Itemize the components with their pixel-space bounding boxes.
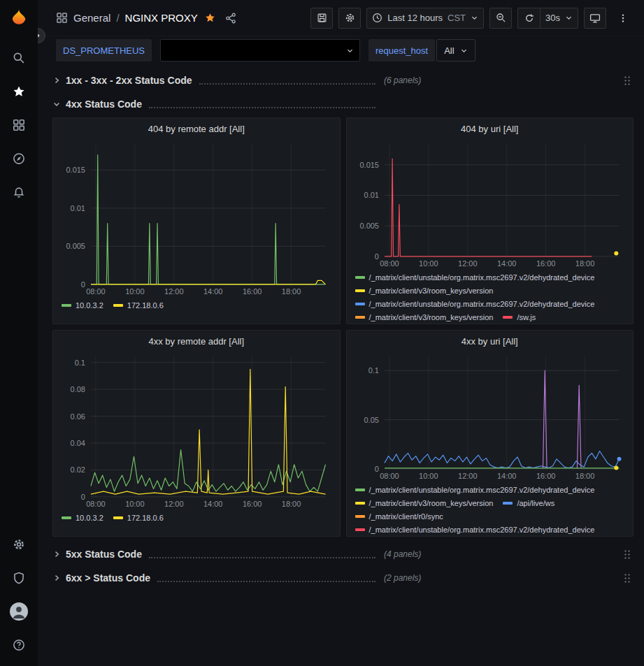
time-range-picker[interactable]: Last 12 hours CST (366, 8, 484, 29)
panel-legend: 10.0.3.2172.18.0.6 (60, 509, 333, 524)
chart-canvas[interactable]: 08:0010:0012:0014:0016:0018:0000.0050.01… (60, 138, 333, 297)
panel-title[interactable]: 4xx by uri [All] (354, 333, 627, 350)
svg-text:16:00: 16:00 (536, 259, 554, 268)
server-admin-shield-icon[interactable] (5, 564, 33, 592)
variable-ds-prometheus-label[interactable]: DS_PROMETHEUS (56, 39, 152, 61)
legend-item[interactable]: /_matrix/client/unstable/org.matrix.msc2… (355, 298, 595, 310)
svg-text:16:00: 16:00 (243, 287, 262, 296)
legend-swatch (62, 516, 71, 519)
panel-title[interactable]: 4xx by remote addr [All] (60, 333, 333, 350)
svg-text:14:00: 14:00 (496, 472, 515, 480)
svg-text:0.015: 0.015 (359, 161, 378, 169)
svg-text:0: 0 (374, 465, 378, 473)
svg-text:0.005: 0.005 (66, 242, 85, 250)
row-title: 5xx Status Code (66, 549, 142, 560)
svg-text:08:00: 08:00 (86, 287, 105, 296)
breadcrumb-folder[interactable]: General (73, 12, 110, 24)
svg-text:0: 0 (81, 280, 85, 289)
legend-swatch (503, 316, 513, 319)
svg-text:0.1: 0.1 (75, 359, 85, 367)
save-dashboard-button[interactable] (310, 8, 333, 29)
legend-item[interactable]: /_matrix/client/unstable/org.matrix.msc2… (355, 484, 595, 496)
chart-canvas[interactable]: 08:0010:0012:0014:0016:0018:0000.050.1 (354, 350, 627, 482)
legend-label: 10.0.3.2 (76, 299, 103, 312)
row-drag-handle[interactable] (624, 549, 631, 560)
refresh-interval-label: 30s (545, 13, 560, 23)
legend-item[interactable]: /sw.js (503, 311, 536, 324)
row-drag-handle[interactable] (624, 573, 631, 584)
legend-item[interactable]: /_matrix/client/v3/room_keys/version (355, 284, 494, 297)
search-icon[interactable] (5, 44, 33, 72)
starred-dashboards-icon[interactable] (5, 78, 33, 106)
svg-text:16:00: 16:00 (243, 500, 262, 508)
svg-text:10:00: 10:00 (125, 287, 144, 296)
row-dotted-leader (149, 100, 375, 108)
legend-label: /sw.js (517, 311, 536, 324)
legend-swatch (62, 304, 71, 307)
kebab-menu-icon[interactable] (612, 8, 634, 29)
row-5xx[interactable]: 5xx Status Code (4 panels) (52, 544, 634, 565)
help-icon[interactable] (5, 631, 33, 659)
variable-request-host-label[interactable]: request_host (368, 39, 435, 61)
legend-item[interactable]: 10.0.3.2 (62, 512, 103, 524)
refresh-interval-picker[interactable]: 30s (540, 8, 578, 29)
legend-swatch (355, 528, 365, 531)
profile-avatar[interactable] (5, 598, 33, 625)
explore-compass-icon[interactable] (5, 145, 33, 173)
row-4xx[interactable]: 4xx Status Code (52, 94, 634, 115)
legend-item[interactable]: 172.18.0.6 (113, 512, 164, 524)
svg-text:08:00: 08:00 (380, 259, 399, 268)
cycle-view-tv-button[interactable] (584, 8, 606, 29)
variable-request-host-value: All (444, 45, 454, 56)
refresh-button[interactable] (517, 8, 540, 29)
legend-item[interactable]: /_matrix/client/v3/room_keys/version (355, 311, 494, 324)
grafana-logo-icon[interactable] (8, 8, 29, 31)
svg-text:12:00: 12:00 (458, 259, 477, 268)
legend-item[interactable]: /api/live/ws (503, 497, 554, 509)
svg-text:12:00: 12:00 (458, 472, 477, 480)
zoom-out-button[interactable] (489, 8, 512, 29)
breadcrumb: General / NGINX PROXY (56, 12, 236, 24)
alerting-bell-icon[interactable] (5, 178, 33, 206)
dashboards-icon[interactable] (5, 111, 33, 139)
legend-label: /api/live/ws (517, 497, 554, 509)
configuration-gear-icon[interactable] (5, 530, 33, 558)
legend-item[interactable]: /_matrix/client/r0/sync (355, 510, 443, 523)
favorite-star-icon[interactable] (205, 13, 215, 23)
share-icon[interactable] (225, 13, 236, 24)
row-title: 6xx > Status Code (66, 572, 150, 584)
svg-text:0.04: 0.04 (71, 439, 85, 447)
panel-title[interactable]: 404 by uri [All] (354, 121, 627, 138)
legend-item[interactable]: 172.18.0.6 (113, 299, 164, 312)
legend-swatch (355, 502, 365, 505)
dashboard-settings-button[interactable] (338, 8, 361, 29)
legend-item[interactable]: /_matrix/client/unstable/org.matrix.msc2… (355, 523, 595, 536)
avatar (10, 602, 28, 621)
svg-text:0.01: 0.01 (71, 204, 85, 212)
legend-label: 172.18.0.6 (127, 299, 164, 312)
legend-item[interactable]: 10.0.3.2 (62, 299, 103, 312)
legend-item[interactable]: /_matrix/client/v3/room_keys/version (355, 497, 494, 509)
svg-text:08:00: 08:00 (380, 472, 399, 480)
panel-legend: 10.0.3.2172.18.0.6 (60, 297, 333, 312)
row-title: 1xx - 3xx - 2xx Status Code (66, 75, 192, 86)
variable-request-host-select[interactable]: All (436, 39, 475, 61)
row-6xx[interactable]: 6xx > Status Code (2 panels) (52, 567, 634, 588)
svg-text:10:00: 10:00 (419, 472, 438, 480)
panel-4xx-by-uri: 4xx by uri [All] 08:0010:0012:0014:0016:… (346, 330, 634, 537)
panel-title[interactable]: 404 by remote addr [All] (60, 121, 333, 138)
chart-canvas[interactable]: 08:0010:0012:0014:0016:0018:0000.0050.01… (354, 138, 627, 269)
row-1xx-3xx-2xx[interactable]: 1xx - 3xx - 2xx Status Code (6 panels) (52, 70, 634, 91)
row-panels-count: (4 panels) (384, 549, 421, 559)
legend-item[interactable]: /_matrix/client/unstable/org.matrix.msc2… (355, 271, 595, 284)
page-title[interactable]: NGINX PROXY (125, 12, 198, 24)
row-dotted-leader (199, 76, 375, 85)
row-drag-handle[interactable] (624, 75, 631, 86)
row-dotted-leader (149, 550, 375, 558)
variable-ds-prometheus-select[interactable] (160, 39, 360, 61)
chart-canvas[interactable]: 08:0010:0012:0014:0016:0018:0000.020.040… (60, 350, 333, 509)
legend-swatch (355, 515, 365, 518)
row-title: 4xx Status Code (66, 99, 142, 110)
svg-text:0.06: 0.06 (71, 412, 85, 421)
svg-text:18:00: 18:00 (282, 500, 301, 508)
